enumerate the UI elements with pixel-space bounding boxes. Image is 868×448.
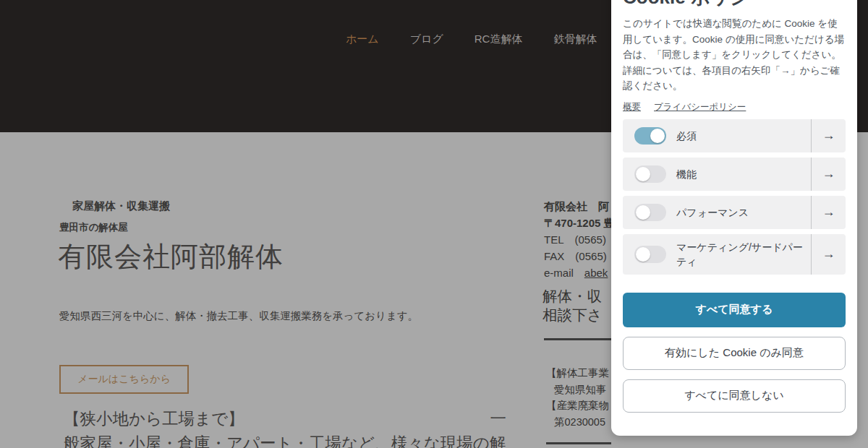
fax-value: (0565): [575, 250, 606, 262]
toggle-label: マーケティング/サードパーティ: [676, 240, 804, 269]
required-toggle[interactable]: [634, 127, 666, 145]
nav-item-rc-demolition[interactable]: RC造解体: [475, 33, 523, 46]
marketing-toggle[interactable]: [634, 246, 666, 263]
cookie-links: 概要 プライバシーポリシー: [623, 101, 846, 113]
section-heading: 【狭小地から工場まで】: [64, 408, 244, 430]
nav-item-blog[interactable]: ブログ: [410, 33, 443, 46]
cookie-toggle-list: 必須 → 機能 → パフォーマンス → マーケティング/サードパーティ →: [623, 119, 846, 275]
cookie-consent-dialog: Cookie ポリシー このサイトでは快適な閲覧のために Cookie を使用し…: [611, 0, 857, 436]
license-list: 【解体工事業 愛知県知事 【産業廃棄物 第0230005: [546, 365, 609, 430]
toggle-knob: [636, 205, 650, 220]
cookie-dialog-description: このサイトでは快適な閲覧のために Cookie を使用しています。Cookie …: [623, 16, 846, 94]
license-line: 【産業廃棄物: [546, 397, 609, 414]
email-label: e-mail: [544, 267, 574, 279]
lead-line-1: 解体・収: [542, 287, 602, 306]
marketing-detail-button[interactable]: →: [811, 234, 846, 275]
license-line: 第0230005: [546, 414, 609, 431]
cookie-row-performance: パフォーマンス →: [623, 196, 846, 229]
page-title: 有限会社阿部解体: [58, 238, 284, 275]
section-heading-wrap-char: 一: [490, 408, 507, 430]
divider-rule: [544, 338, 611, 340]
nav-item-steel-demolition[interactable]: 鉄骨解体: [553, 33, 597, 46]
right-arrow-icon: →: [822, 246, 835, 262]
performance-detail-button[interactable]: →: [811, 196, 846, 229]
cookie-row-required: 必須 →: [623, 119, 846, 152]
toggle-knob: [636, 247, 650, 262]
contact-lead: 解体・収 相談下さ: [542, 287, 602, 324]
cookie-row-functional: 機能 →: [623, 158, 846, 191]
right-arrow-icon: →: [822, 166, 835, 181]
reject-all-button[interactable]: すべてに同意しない: [623, 379, 846, 413]
nav-item-home[interactable]: ホーム: [346, 33, 379, 46]
performance-toggle[interactable]: [634, 204, 666, 221]
functional-toggle[interactable]: [634, 165, 666, 183]
toggle-knob: [650, 129, 665, 143]
toggle-knob: [636, 167, 650, 181]
license-line: 愛知県知事: [546, 382, 609, 398]
section-body-line: 般家屋・小屋・倉庫・アパート・工場など、様々な現場の解: [64, 432, 541, 448]
fax-label: FAX: [544, 250, 564, 262]
divider-rule-bottom: [546, 442, 611, 444]
cookie-row-marketing: マーケティング/サードパーティ →: [623, 234, 846, 275]
cookie-dialog-title: Cookie ポリシー: [623, 0, 846, 9]
toggle-label: パフォーマンス: [676, 205, 804, 220]
overview-link[interactable]: 概要: [623, 101, 641, 113]
right-arrow-icon: →: [822, 204, 835, 220]
toggle-label: 機能: [676, 167, 804, 181]
email-link[interactable]: abek: [584, 267, 608, 279]
toggle-label: 必須: [676, 129, 804, 143]
lead-line-2: 相談下さ: [542, 306, 602, 324]
license-line: 【解体工事業: [546, 365, 609, 382]
mail-contact-button[interactable]: メールはこちらから: [59, 365, 189, 394]
hero-description: 愛知県西三河を中心に、解体・撤去工事、収集運搬業務を承っております。: [59, 309, 418, 323]
accept-all-button[interactable]: すべて同意する: [623, 293, 846, 327]
required-detail-button[interactable]: →: [811, 119, 846, 152]
right-arrow-icon: →: [822, 128, 835, 143]
section-heading-row: 【狭小地から工場まで】 一: [64, 408, 506, 430]
hero-eyebrow: 家屋解体・収集運搬: [72, 199, 170, 213]
functional-detail-button[interactable]: →: [811, 158, 846, 191]
tel-label: TEL: [544, 233, 564, 246]
accept-enabled-only-button[interactable]: 有効にした Cookie のみ同意: [623, 337, 846, 370]
tel-value: (0565): [575, 233, 606, 246]
main-nav: ホーム ブログ RC造解体 鉄骨解体: [346, 33, 597, 46]
privacy-policy-link[interactable]: プライバシーポリシー: [654, 101, 746, 113]
hero-subtitle: 豊田市の解体屋: [59, 221, 128, 234]
